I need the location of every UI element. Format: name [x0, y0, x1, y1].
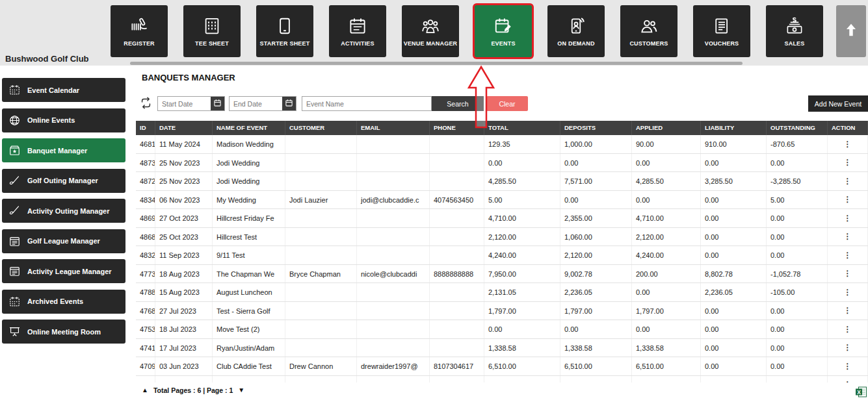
cell-date: 25 Oct 2023	[155, 228, 213, 246]
row-actions-button[interactable]: ⋮	[828, 246, 868, 264]
toolbar-item-starter-sheet[interactable]: STARTER SHEET	[256, 5, 313, 57]
table-row[interactable]: 478815 Aug 2023August Luncheon2,131.052,…	[136, 283, 868, 302]
row-actions-button[interactable]: ⋮	[828, 265, 868, 283]
row-actions-button[interactable]: ⋮	[828, 320, 868, 338]
toolbar-item-on-demand[interactable]: ON DEMAND	[547, 5, 605, 57]
cell-id: 4753	[136, 320, 155, 338]
cell-id: 4834	[136, 191, 155, 209]
cell-name: The Chapman We	[213, 265, 285, 283]
svg-text:X: X	[857, 388, 861, 395]
start-date-field	[157, 96, 225, 111]
start-date-input[interactable]	[158, 97, 211, 110]
add-new-event-button[interactable]: Add New Event	[808, 95, 868, 112]
cell-customer	[285, 320, 357, 338]
toolbar-scrollbar[interactable]	[130, 62, 743, 65]
sidebar: Event CalendarOnline EventsBanquet Manag…	[2, 78, 125, 344]
row-actions-button[interactable]: ⋮	[828, 209, 868, 227]
refresh-button[interactable]	[138, 96, 153, 112]
table-row[interactable]: 487225 Nov 2023Jodi Wedding4,285.507,571…	[136, 172, 868, 191]
column-header-customer[interactable]: CUSTOMER	[285, 121, 357, 135]
end-date-calendar-button[interactable]	[282, 97, 296, 110]
table-row[interactable]: 487325 Nov 2023Jodi Wedding0.000.000.000…	[136, 154, 868, 173]
start-date-calendar-button[interactable]	[211, 97, 224, 110]
table-row[interactable]: 476827 Jul 2023Test - Sierra Golf1,797.0…	[136, 302, 868, 321]
cell-applied: 4,240.00	[632, 246, 701, 264]
toolbar-item-tee-sheet[interactable]: TEE SHEET	[183, 5, 241, 57]
toolbar-item-activities[interactable]: ACTIVITIES	[329, 5, 386, 57]
table-row[interactable]: 477318 Aug 2023The Chapman WeBryce Chapm…	[136, 265, 868, 284]
search-button[interactable]: Search	[432, 96, 484, 111]
column-header-outstanding[interactable]: OUTSTANDING	[767, 121, 828, 135]
sidebar-item-event-calendar[interactable]: Event Calendar	[2, 78, 125, 102]
table-row[interactable]: 475318 Jul 2023Move Test (2)0.000.000.00…	[136, 320, 868, 339]
end-date-input[interactable]	[230, 97, 282, 110]
row-actions-button[interactable]: ⋮	[828, 283, 868, 301]
sidebar-item-activity-league-manager[interactable]: Activity League Manager	[2, 259, 125, 283]
toolbar-item-sales[interactable]: SALES	[766, 5, 823, 57]
cell-total: 1,338.58	[484, 339, 560, 357]
toolbar-item-events[interactable]: EVENTS	[475, 5, 532, 57]
row-actions-button[interactable]: ⋮	[828, 376, 868, 383]
cell-outstanding: 1.00	[767, 376, 828, 383]
club-name: Bushwood Golf Club	[5, 54, 89, 64]
cell-total: 129.35	[484, 135, 560, 153]
table-row[interactable]: 486927 Oct 2023Hillcrest Friday Fe4,710.…	[136, 209, 868, 228]
row-actions-button[interactable]: ⋮	[828, 357, 868, 375]
column-header-id[interactable]: ID	[136, 121, 155, 135]
cell-date: 25 Nov 2023	[155, 154, 213, 172]
row-actions-button[interactable]: ⋮	[828, 154, 868, 172]
table-row[interactable]: 474117 Jul 2023Ryan/Justin/Adam1,338.581…	[136, 339, 868, 358]
cell-date: 11 Sep 2023	[155, 246, 213, 264]
column-header-total[interactable]: TOTAL	[484, 121, 560, 135]
cell-applied: 0.00	[632, 283, 701, 301]
toolbar-item-venue-manager[interactable]: VENUE MANAGER	[402, 5, 459, 57]
column-header-liability[interactable]: LIABILITY	[701, 121, 767, 135]
event-name-input[interactable]	[302, 96, 432, 111]
cell-deposits: 1,797.00	[560, 302, 632, 320]
cell-email	[357, 320, 430, 338]
column-header-deposits[interactable]: DEPOSITS	[560, 121, 632, 135]
export-excel-button[interactable]: X	[856, 386, 867, 397]
toolbar-item-register[interactable]: REGISTER	[111, 5, 168, 57]
cell-applied: 0.00	[632, 191, 701, 209]
clear-button[interactable]: Clear	[486, 96, 528, 111]
cell-outstanding: 5.00	[767, 191, 828, 209]
table-row[interactable]: 470903 Jun 2023Club CAddie TestDrew Cann…	[136, 357, 868, 376]
column-header-applied[interactable]: APPLIED	[632, 121, 701, 135]
column-header-phone[interactable]: PHONE	[430, 121, 484, 135]
column-header-name-of-event[interactable]: NAME OF EVENT	[213, 121, 285, 135]
sidebar-item-activity-outing-manager[interactable]: Activity Outing Manager	[2, 199, 125, 223]
row-actions-button[interactable]: ⋮	[828, 172, 868, 190]
cell-email	[357, 283, 430, 301]
row-actions-button[interactable]: ⋮	[828, 228, 868, 246]
column-header-email[interactable]: EMAIL	[357, 121, 430, 135]
cell-deposits: 162.50	[560, 376, 632, 383]
table-row[interactable]: 486825 Oct 2023Hillcrest Test2,120.001,0…	[136, 228, 868, 247]
table-row[interactable]: 483406 Nov 2023My WeddingJodi Lauzierjod…	[136, 191, 868, 210]
row-actions-button[interactable]: ⋮	[828, 302, 868, 320]
column-header-date[interactable]: DATE	[155, 121, 213, 135]
row-actions-button[interactable]: ⋮	[828, 191, 868, 209]
table-row[interactable]: 470626 May 2023River Glen Test162.50162.…	[136, 376, 868, 383]
table-row[interactable]: 468111 May 2024Madison Wedding129.351,00…	[136, 135, 868, 154]
cell-name: August Luncheon	[213, 283, 285, 301]
column-header-action[interactable]: ACTION	[828, 121, 868, 135]
sidebar-item-banquet-manager[interactable]: Banquet Manager	[2, 138, 125, 162]
table-row[interactable]: 483211 Sep 20239/11 Test4,240.002,120.00…	[136, 246, 868, 265]
sidebar-item-golf-league-manager[interactable]: Golf League Manager	[2, 229, 125, 253]
toolbar-item-customers[interactable]: CUSTOMERS	[620, 5, 677, 57]
cell-applied: 90.00	[632, 135, 701, 153]
cell-liability: 162.50	[701, 376, 767, 383]
page-down-button[interactable]: ▼	[238, 387, 244, 394]
toolbar-scroll-up-button[interactable]	[836, 5, 866, 57]
phone-person-icon	[566, 16, 586, 36]
sidebar-item-golf-outing-manager[interactable]: Golf Outing Manager	[2, 169, 125, 193]
sidebar-item-online-meeting-room[interactable]: Online Meeting Room	[2, 320, 125, 344]
sidebar-item-online-events[interactable]: Online Events	[2, 108, 125, 132]
sidebar-item-archived-events[interactable]: Archived Events	[2, 290, 125, 314]
page-up-button[interactable]: ▲	[142, 387, 148, 394]
toolbar-item-vouchers[interactable]: VOUCHERS	[693, 5, 750, 57]
row-actions-button[interactable]: ⋮	[828, 135, 868, 153]
row-actions-button[interactable]: ⋮	[828, 339, 868, 357]
cell-outstanding: -3,285.50	[767, 172, 828, 190]
